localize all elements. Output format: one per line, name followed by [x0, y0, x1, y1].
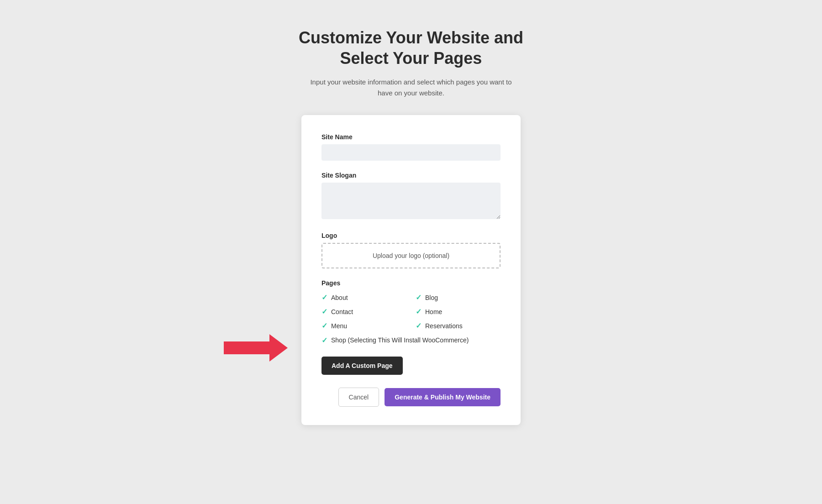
logo-upload-area[interactable]: Upload your logo (optional)	[321, 243, 501, 268]
check-shop: ✓	[321, 336, 327, 345]
pages-section: Pages ✓ About ✓ Blog ✓ Contact	[321, 279, 501, 388]
check-blog: ✓	[416, 293, 422, 302]
page-item-shop[interactable]: ✓ Shop (Selecting This Will Install WooC…	[321, 336, 501, 345]
footer-actions: Cancel Generate & Publish My Website	[321, 388, 501, 407]
arrow-indicator	[224, 334, 288, 362]
check-contact: ✓	[321, 307, 327, 316]
page-subtitle: Input your website information and selec…	[306, 77, 516, 99]
page-label-reservations: Reservations	[425, 322, 463, 330]
page-item-home[interactable]: ✓ Home	[416, 307, 501, 316]
page-label-home: Home	[425, 308, 442, 315]
check-menu: ✓	[321, 321, 327, 330]
site-name-input[interactable]	[321, 144, 501, 161]
page-item-reservations[interactable]: ✓ Reservations	[416, 321, 501, 330]
check-reservations: ✓	[416, 321, 422, 330]
logo-field-group: Logo Upload your logo (optional)	[321, 232, 501, 268]
page-item-menu[interactable]: ✓ Menu	[321, 321, 406, 330]
site-slogan-label: Site Slogan	[321, 172, 501, 179]
page-title: Customize Your Website and Select Your P…	[299, 27, 523, 68]
page-label-about: About	[331, 294, 348, 301]
page-item-contact[interactable]: ✓ Contact	[321, 307, 406, 316]
page-label-shop: Shop (Selecting This Will Install WooCom…	[331, 336, 469, 345]
site-name-label: Site Name	[321, 133, 501, 141]
check-about: ✓	[321, 293, 327, 302]
page-label-contact: Contact	[331, 308, 353, 315]
generate-publish-button[interactable]: Generate & Publish My Website	[385, 388, 501, 406]
page-label-menu: Menu	[331, 322, 347, 330]
pages-label: Pages	[321, 279, 501, 287]
logo-label: Logo	[321, 232, 501, 239]
page-label-blog: Blog	[425, 294, 438, 301]
check-home: ✓	[416, 307, 422, 316]
site-name-field-group: Site Name	[321, 133, 501, 161]
main-card: Site Name Site Slogan Logo Upload your l…	[301, 115, 521, 425]
site-slogan-field-group: Site Slogan	[321, 172, 501, 221]
add-custom-page-wrapper: Add A Custom Page	[321, 349, 501, 388]
pages-grid: ✓ About ✓ Blog ✓ Contact ✓ Home	[321, 293, 501, 345]
page-item-about[interactable]: ✓ About	[321, 293, 406, 302]
cancel-button[interactable]: Cancel	[338, 388, 379, 407]
page-item-blog[interactable]: ✓ Blog	[416, 293, 501, 302]
site-slogan-input[interactable]	[321, 183, 501, 219]
add-custom-page-button[interactable]: Add A Custom Page	[321, 357, 403, 375]
